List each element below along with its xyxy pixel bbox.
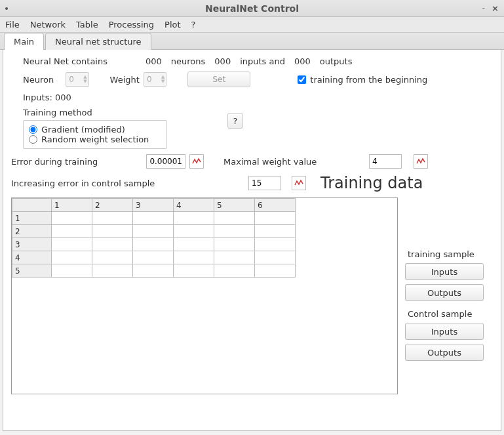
summary-prefix: Neural Net contains <box>23 56 107 66</box>
neuron-label: Neuron <box>23 75 54 85</box>
training-beginning-checkbox[interactable]: training from the beginning <box>298 75 427 85</box>
cell[interactable] <box>52 238 92 251</box>
cell[interactable] <box>214 212 255 225</box>
row-header[interactable]: 1 <box>12 212 52 225</box>
inputs-label: inputs and <box>240 56 285 66</box>
main-page: Neural Net contains 000 neurons 000 inpu… <box>3 50 501 431</box>
titlebar-dot <box>5 7 8 10</box>
table-col[interactable]: 1 <box>52 199 92 212</box>
radio-gradient[interactable]: Gradient (modified) <box>29 125 161 135</box>
row-header[interactable]: 5 <box>12 264 52 278</box>
cell[interactable] <box>133 212 174 225</box>
error-training-apply-icon[interactable] <box>189 154 204 169</box>
menu-table[interactable]: Table <box>76 20 98 30</box>
control-sample-label: Control sample <box>408 309 490 319</box>
chevron-down-icon[interactable]: ▼ <box>161 79 165 84</box>
cell[interactable] <box>214 225 255 238</box>
row-header[interactable]: 4 <box>12 251 52 264</box>
table-col[interactable]: 6 <box>255 199 296 212</box>
cell[interactable] <box>174 225 214 238</box>
cell[interactable] <box>92 238 133 251</box>
training-inputs-button[interactable]: Inputs <box>405 263 484 280</box>
table-corner <box>12 199 52 212</box>
neurons-count: 000 <box>145 56 162 66</box>
cell[interactable] <box>52 225 92 238</box>
cell[interactable] <box>133 238 174 251</box>
incr-error-input[interactable] <box>248 176 281 190</box>
data-table[interactable]: 1 2 3 4 5 6 1 2 3 4 5 <box>12 198 296 278</box>
table-col[interactable]: 3 <box>133 199 174 212</box>
incr-error-apply-icon[interactable] <box>292 176 306 190</box>
menu-network[interactable]: Network <box>30 20 66 30</box>
control-inputs-button[interactable]: Inputs <box>405 323 484 340</box>
cell[interactable] <box>174 264 214 278</box>
set-button[interactable]: Set <box>187 72 250 87</box>
training-method-label: Training method <box>23 108 167 117</box>
cell[interactable] <box>255 212 296 225</box>
menu-file[interactable]: File <box>5 20 20 30</box>
tab-structure[interactable]: Neural net structure <box>45 33 151 50</box>
error-training-input[interactable] <box>146 154 185 169</box>
menu-plot[interactable]: Plot <box>165 20 181 30</box>
training-beginning-input[interactable] <box>298 75 306 84</box>
close-button[interactable]: × <box>492 3 499 13</box>
table-row: 2 <box>12 225 296 238</box>
menu-processing[interactable]: Processing <box>109 20 154 30</box>
tab-main[interactable]: Main <box>4 33 44 50</box>
max-weight-input[interactable] <box>369 154 402 169</box>
table-col[interactable]: 2 <box>92 199 133 212</box>
training-data-heading: Training data <box>320 174 423 192</box>
table-header-row: 1 2 3 4 5 6 <box>12 199 296 212</box>
incr-error-label: Increasing error in control sample <box>11 178 195 188</box>
cell[interactable] <box>52 251 92 264</box>
side-panel: training sample Inputs Outputs Control s… <box>405 245 490 361</box>
error-training-label: Error during training <box>11 157 142 167</box>
cell[interactable] <box>214 264 255 278</box>
menubar: File Network Table Processing Plot ? <box>0 17 504 33</box>
cell[interactable] <box>133 264 174 278</box>
cell[interactable] <box>133 225 174 238</box>
table-row: 3 <box>12 238 296 251</box>
cell[interactable] <box>174 238 214 251</box>
cell[interactable] <box>255 225 296 238</box>
cell[interactable] <box>255 264 296 278</box>
cell[interactable] <box>92 225 133 238</box>
cell[interactable] <box>52 212 92 225</box>
control-outputs-button[interactable]: Outputs <box>405 344 484 361</box>
menu-help[interactable]: ? <box>191 20 196 30</box>
row-header[interactable]: 2 <box>12 225 52 238</box>
radio-random-input[interactable] <box>29 135 37 144</box>
cell[interactable] <box>92 264 133 278</box>
tabbar: Main Neural net structure <box>0 33 504 50</box>
cell[interactable] <box>174 212 214 225</box>
inputs-line: Inputs: 000 <box>23 93 71 102</box>
radio-random[interactable]: Random weight selection <box>29 135 161 144</box>
weight-value: 0 <box>147 75 159 84</box>
data-table-container: 1 2 3 4 5 6 1 2 3 4 5 <box>11 197 398 394</box>
row-header[interactable]: 3 <box>12 238 52 251</box>
cell[interactable] <box>92 212 133 225</box>
cell[interactable] <box>255 251 296 264</box>
cell[interactable] <box>214 238 255 251</box>
cell[interactable] <box>174 251 214 264</box>
cell[interactable] <box>92 251 133 264</box>
max-weight-apply-icon[interactable] <box>414 154 428 169</box>
radio-gradient-input[interactable] <box>29 125 37 134</box>
training-sample-label: training sample <box>408 249 490 259</box>
outputs-count: 000 <box>294 56 311 66</box>
cell[interactable] <box>133 251 174 264</box>
neuron-value: 0 <box>69 75 81 84</box>
training-outputs-button[interactable]: Outputs <box>405 284 484 301</box>
training-method-help-button[interactable]: ? <box>227 113 243 129</box>
cell[interactable] <box>214 251 255 264</box>
neuron-spinner[interactable]: 0 ▲▼ <box>66 72 88 87</box>
table-col[interactable]: 4 <box>174 199 214 212</box>
chevron-down-icon[interactable]: ▼ <box>83 79 87 84</box>
cell[interactable] <box>52 264 92 278</box>
weight-spinner[interactable]: 0 ▲▼ <box>144 72 166 87</box>
inputs-count: 000 <box>214 56 231 66</box>
table-col[interactable]: 5 <box>214 199 255 212</box>
outputs-label: outputs <box>320 56 353 66</box>
cell[interactable] <box>255 238 296 251</box>
minimize-button[interactable]: - <box>482 3 485 13</box>
